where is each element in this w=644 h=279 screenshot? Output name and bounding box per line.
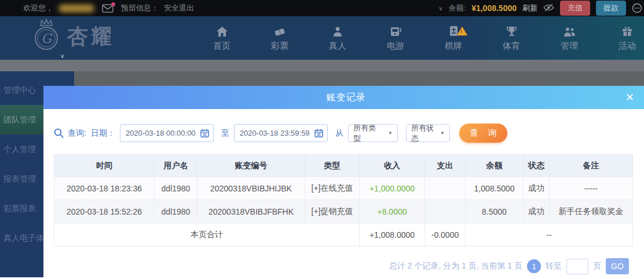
cell-status: 成功	[524, 177, 550, 200]
col-type: 类型	[305, 155, 360, 177]
type-select[interactable]: 所有类型 ▼	[348, 124, 398, 142]
go-button[interactable]: GO	[606, 258, 629, 274]
cell-expense	[425, 177, 466, 200]
date-label: 日期：	[91, 128, 115, 139]
nav-label: 管理	[561, 41, 578, 52]
nav-item-lottery[interactable]: 彩票	[251, 16, 309, 60]
summary-row: 本页合计 +1,008.0000 -0.0000 --	[54, 223, 633, 247]
summary-rest: --	[466, 223, 633, 247]
cell-number: 20200318VBIBJFBFHK	[197, 200, 305, 223]
account-change-table: 时间 用户名 账变编号 类型 收入 支出 余额 状态 备注 2020-03-18…	[54, 154, 633, 247]
chevron-down-icon[interactable]: ∨	[438, 5, 442, 12]
calendar-icon[interactable]	[200, 129, 209, 137]
cell-time: 2020-03-18 15:52:26	[54, 200, 155, 223]
cell-balance: 8.5000	[466, 200, 524, 223]
cell-username: ddl1980	[155, 200, 197, 223]
modal-title: 账变记录	[327, 92, 366, 104]
chevron-down-icon: ▼	[440, 131, 445, 136]
gift-icon	[622, 25, 632, 37]
modal-header: 账变记录 ✕	[43, 86, 644, 109]
warning-triangle-icon	[457, 27, 467, 35]
col-expense: 支出	[425, 155, 466, 177]
cell-status: 成功	[524, 200, 550, 223]
nav-item-sports[interactable]: 体育	[482, 16, 540, 60]
logout-link[interactable]: 安全退出	[164, 3, 194, 13]
cell-balance: 1,008.5000	[466, 177, 524, 200]
pagination: 总计 2 个记录, 分为 1 页, 当前第 1 页 1 转至 页 GO	[389, 258, 629, 274]
nav-item-live[interactable]: 真人	[309, 16, 367, 60]
balance-label: 余额:	[449, 3, 466, 13]
date-from-input[interactable]	[126, 129, 199, 137]
svg-text:G: G	[41, 31, 53, 46]
brand-logo[interactable]: G 杏耀	[30, 19, 115, 55]
nav-label: 活动	[619, 41, 636, 52]
col-number: 账变编号	[197, 155, 305, 177]
query-label: 查询:	[68, 128, 86, 139]
balance-value: ¥1,008.5000	[471, 3, 517, 13]
search-button[interactable]: 查 询	[459, 124, 507, 143]
cell-type: [+]在线充值	[305, 177, 360, 200]
submenu-band	[0, 60, 644, 71]
col-remark: 备注	[550, 155, 633, 177]
topbar-right: ∨ 余额: ¥1,008.5000 刷新 充值 提款 客	[438, 1, 644, 16]
reserved-info-label: 预留信息：	[121, 3, 159, 13]
main-navbar: G 杏耀 首页 彩票 真人 电游 棋牌	[0, 16, 644, 60]
col-time: 时间	[54, 155, 155, 177]
goto-page-input[interactable]	[566, 259, 588, 274]
cell-income: +8.0000	[360, 200, 425, 223]
modal-body: 查询: 日期： 至 从 所有类型 ▼	[43, 109, 644, 279]
col-status: 状态	[524, 155, 550, 177]
filter-bar: 查询: 日期： 至 从 所有类型 ▼	[54, 124, 507, 143]
nav-menu: 首页 彩票 真人 电游 棋牌 体育	[193, 16, 644, 60]
summary-income: +1,008.0000	[360, 223, 425, 247]
envelope-icon[interactable]	[102, 4, 114, 13]
nav-item-promotions[interactable]: 活动	[598, 16, 644, 60]
cell-remark: -----	[550, 177, 633, 200]
nav-item-board-games[interactable]: 棋牌	[425, 16, 482, 60]
topbar-left: 欢迎您， 预留信息： 安全退出	[23, 3, 194, 13]
page-unit-label: 页	[593, 261, 601, 271]
person-icon	[332, 25, 343, 37]
calendar-icon[interactable]	[314, 129, 323, 137]
cell-income: +1,000.0000	[360, 177, 425, 200]
username-blurred	[58, 5, 94, 12]
brand-name: 杏耀	[67, 23, 115, 51]
nav-item-home[interactable]: 首页	[193, 16, 251, 60]
refresh-link[interactable]: 刷新	[522, 3, 537, 13]
nav-label: 首页	[213, 41, 230, 52]
notification-dot	[111, 2, 115, 6]
cell-expense	[425, 200, 466, 223]
cell-username: ddl1980	[155, 177, 197, 200]
customer-service[interactable]: 客	[632, 3, 644, 13]
users-icon	[564, 25, 576, 37]
date-to-field	[234, 124, 328, 142]
table-header-row: 时间 用户名 账变编号 类型 收入 支出 余额 状态 备注	[54, 155, 633, 177]
nav-label: 电游	[387, 41, 404, 52]
page-1-button[interactable]: 1	[527, 259, 541, 273]
deposit-button[interactable]: 充值	[560, 1, 590, 16]
to-label: 至	[221, 128, 229, 139]
from-label: 从	[335, 128, 343, 139]
nav-chevron-icon[interactable]: ∨	[60, 53, 64, 59]
nav-label: 彩票	[271, 41, 288, 52]
date-to-input[interactable]	[240, 129, 313, 137]
date-from-field	[120, 124, 214, 142]
col-income: 收入	[360, 155, 425, 177]
close-icon[interactable]: ✕	[625, 91, 635, 104]
nav-item-manage[interactable]: 管理	[540, 16, 598, 60]
cell-number: 20200318VBIBJHIJBK	[197, 177, 305, 200]
nav-label: 体育	[503, 41, 520, 52]
summary-label: 本页合计	[54, 223, 360, 247]
type-select-value: 所有类型	[353, 123, 382, 144]
eye-off-icon[interactable]	[543, 3, 554, 13]
topbar: 欢迎您， 预留信息： 安全退出 ∨ 余额: ¥1,008.5000 刷新 充值 …	[0, 0, 644, 16]
nav-item-egames[interactable]: 电游	[367, 16, 425, 60]
slot-machine-icon	[390, 25, 401, 37]
goto-label: 转至	[546, 261, 562, 271]
status-select[interactable]: 所有状态 ▼	[406, 124, 450, 142]
col-username: 用户名	[155, 155, 197, 177]
chat-bubble-icon	[632, 3, 642, 13]
withdraw-button[interactable]: 提款	[596, 1, 626, 16]
screen: 欢迎您， 预留信息： 安全退出 ∨ 余额: ¥1,008.5000 刷新 充值 …	[0, 0, 644, 279]
crown-badge-icon: G	[30, 19, 63, 55]
